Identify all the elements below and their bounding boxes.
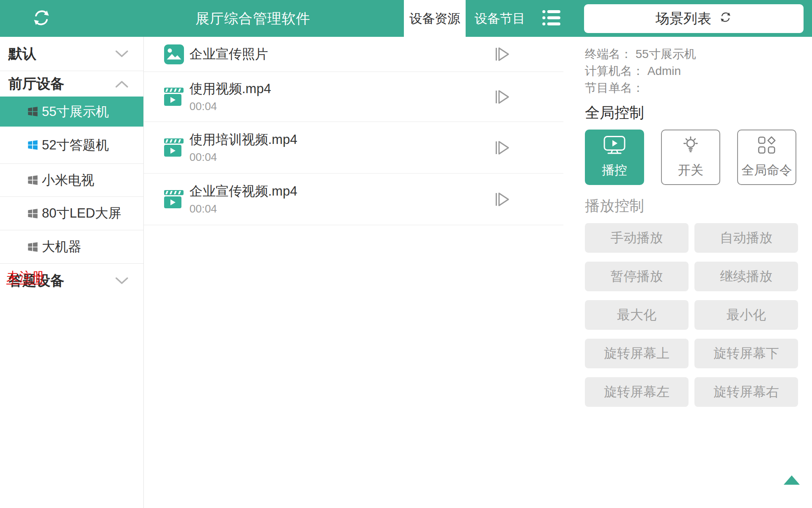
pause-play-button[interactable]: 暂停播放 (585, 262, 689, 291)
video-icon (164, 138, 184, 157)
global-control-title: 全局控制 (585, 103, 804, 122)
device-label: 52寸答题机 (42, 136, 109, 154)
global-command-button[interactable]: 全局命令 (737, 130, 796, 185)
power-switch-button[interactable]: 开关 (661, 130, 720, 185)
video-icon (164, 190, 184, 208)
media-row-video[interactable]: 使用培训视频.mp4 00:04 (144, 122, 563, 174)
computer-name: 计算机名： Admin (585, 63, 804, 80)
rotate-screen-left-button[interactable]: 旋转屏幕左 (585, 377, 689, 407)
media-row-photo[interactable]: 企业宣传照片 (144, 37, 563, 72)
media-duration: 00:04 (189, 100, 271, 113)
windows-logo-icon (27, 241, 38, 253)
manual-play-button[interactable]: 手动播放 (585, 223, 689, 253)
resume-play-button[interactable]: 继续播放 (694, 262, 798, 291)
play-media-button[interactable] (494, 139, 511, 156)
media-title: 企业宣传视频.mp4 (189, 183, 297, 199)
sidebar-group-default[interactable]: 默认 (0, 37, 143, 71)
play-media-button[interactable] (494, 88, 511, 105)
refresh-button[interactable] (30, 7, 53, 30)
play-media-button[interactable] (494, 191, 511, 208)
terminal-name: 终端名： 55寸展示机 (585, 46, 804, 63)
sidebar-group-front-hall[interactable]: 前厅设备 (0, 71, 143, 97)
control-panel: 终端名： 55寸展示机 计算机名： Admin 节目单名： 全局控制 播控 (584, 37, 804, 407)
image-icon (164, 44, 184, 64)
play-media-button[interactable] (494, 46, 511, 63)
play-control-buttons: 手动播放 自动播放 暂停播放 继续播放 最大化 最小化 旋转屏幕上 旋转屏幕下 … (585, 223, 804, 407)
media-list: 企业宣传照片 使用视频.mp4 00:04 (144, 37, 563, 225)
windows-logo-icon (27, 139, 38, 151)
light-bulb-icon (681, 135, 700, 158)
chevron-down-icon (115, 277, 128, 284)
top-bar: 展厅综合管理软件 设备资源 设备节目 场景列表 (0, 0, 812, 37)
unregistered-badge: 未注册 (6, 270, 44, 284)
media-row-video[interactable]: 使用视频.mp4 00:04 (144, 72, 563, 122)
chevron-down-icon (115, 50, 128, 58)
media-duration: 00:04 (189, 151, 297, 163)
sidebar-item-80-led[interactable]: 80寸LED大屏 (0, 197, 143, 230)
media-duration: 00:04 (189, 202, 297, 215)
sidebar-item-52-quiz[interactable]: 52寸答题机 (0, 127, 143, 164)
monitor-play-icon (604, 135, 625, 158)
video-icon (164, 88, 184, 106)
media-title: 使用培训视频.mp4 (189, 132, 297, 148)
sidebar-item-xiaomi-tv[interactable]: 小米电视 (0, 164, 143, 197)
button-label: 播控 (602, 162, 627, 179)
device-label: 55寸展示机 (42, 103, 109, 121)
list-icon (542, 8, 563, 29)
playlist-name: 节目单名： (585, 80, 804, 97)
app-window: 展厅综合管理软件 设备资源 设备节目 场景列表 (0, 0, 812, 508)
command-grid-icon (757, 135, 776, 158)
auto-play-button[interactable]: 自动播放 (694, 223, 798, 253)
media-title: 企业宣传照片 (189, 46, 268, 62)
scene-menu-button[interactable] (537, 0, 568, 37)
media-row-video[interactable]: 企业宣传视频.mp4 00:04 (144, 174, 563, 225)
sidebar-item-big-machine[interactable]: 大机器 (0, 230, 143, 264)
tab-device-resources[interactable]: 设备资源 (404, 0, 466, 37)
rotate-screen-right-button[interactable]: 旋转屏幕右 (694, 377, 798, 407)
playback-control-button[interactable]: 播控 (585, 130, 644, 185)
global-control-buttons: 播控 开关 (585, 130, 804, 185)
scene-list-label: 场景列表 (656, 9, 711, 28)
button-label: 开关 (678, 162, 703, 179)
app-title: 展厅综合管理软件 (177, 0, 329, 37)
device-label: 大机器 (42, 238, 81, 256)
refresh-icon (31, 8, 52, 30)
scene-refresh-icon (719, 11, 732, 27)
chevron-up-icon (115, 80, 128, 88)
device-tree-sidebar: 默认 前厅设备 55寸展示机 52寸答题机 (0, 37, 144, 508)
scene-list-header[interactable]: 场景列表 (584, 4, 804, 33)
device-label: 80寸LED大屏 (42, 204, 121, 222)
tab-device-programs[interactable]: 设备节目 (466, 0, 534, 37)
windows-logo-icon (27, 106, 38, 117)
maximize-button[interactable]: 最大化 (585, 300, 689, 330)
device-label: 小米电视 (42, 171, 94, 189)
sidebar-item-55-display[interactable]: 55寸展示机 (0, 97, 143, 127)
button-label: 全局命令 (741, 162, 792, 179)
rotate-screen-down-button[interactable]: 旋转屏幕下 (694, 339, 798, 368)
rotate-screen-up-button[interactable]: 旋转屏幕上 (585, 339, 689, 368)
media-title: 使用视频.mp4 (189, 81, 271, 97)
minimize-button[interactable]: 最小化 (694, 300, 798, 330)
play-control-title: 播放控制 (585, 196, 804, 215)
group-label: 默认 (8, 44, 36, 64)
group-label: 前厅设备 (8, 75, 64, 94)
back-to-top-button[interactable] (784, 475, 800, 485)
windows-logo-icon (27, 174, 38, 186)
windows-logo-icon (27, 208, 38, 219)
